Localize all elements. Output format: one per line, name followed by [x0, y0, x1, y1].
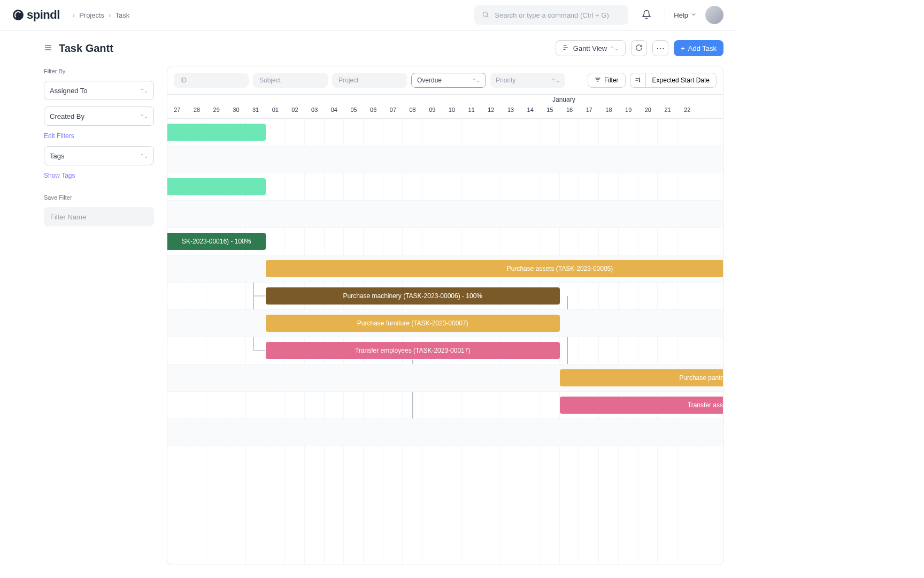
- priority-select[interactable]: Priority ⌃⌄: [490, 73, 565, 88]
- ellipsis-icon: [656, 43, 665, 54]
- day-header-cell: 22: [677, 107, 697, 118]
- created-by-label: Created By: [50, 112, 84, 120]
- id-filter-input[interactable]: [174, 73, 249, 88]
- day-header-cell: 07: [383, 107, 403, 118]
- day-header-cell: 10: [442, 107, 462, 118]
- refresh-button[interactable]: [631, 40, 647, 56]
- day-header-cell: 08: [403, 107, 422, 118]
- assigned-to-select[interactable]: Assigned To ⌃⌄: [44, 81, 154, 100]
- breadcrumbs: › Projects › Task: [73, 11, 129, 19]
- search-box[interactable]: [474, 5, 628, 25]
- select-caret-icon: ⌃⌄: [472, 78, 480, 83]
- search-input[interactable]: [495, 11, 621, 19]
- notifications-button[interactable]: [637, 5, 656, 25]
- breadcrumb-projects[interactable]: Projects: [79, 11, 104, 19]
- select-caret-icon: ⌃⌄: [140, 88, 148, 94]
- add-task-label: Add Task: [688, 44, 717, 52]
- gantt-row: Purchase assets (TASK-2023-00005): [167, 255, 723, 283]
- gantt-bar[interactable]: Transfer asse: [560, 397, 723, 414]
- day-header-cell: 02: [285, 107, 305, 118]
- filter-name-input[interactable]: [44, 207, 154, 226]
- help-menu[interactable]: Help: [674, 11, 697, 19]
- sort-button[interactable]: Expected Start Date: [630, 73, 717, 88]
- more-button[interactable]: [652, 40, 668, 56]
- brand-name: spindl: [27, 8, 60, 22]
- gantt-row: Transfer asse: [167, 392, 723, 419]
- gantt-header: January 27282930310102030405060708091011…: [167, 94, 723, 119]
- day-header-cell: 19: [619, 107, 638, 118]
- overdue-select[interactable]: Overdue ⌃⌄: [411, 73, 486, 88]
- day-header-cell: 04: [325, 107, 344, 118]
- gantt-view-label: Gantt View: [573, 44, 607, 52]
- sort-field-label: Expected Start Date: [652, 77, 710, 84]
- gantt-bar[interactable]: Purchase assets (TASK-2023-00005): [266, 260, 723, 277]
- toolbar: Overdue ⌃⌄ Priority ⌃⌄ Filter: [167, 66, 723, 94]
- gantt-row: [167, 146, 723, 173]
- day-header-cell: 30: [226, 107, 246, 118]
- filter-button[interactable]: Filter: [588, 73, 626, 88]
- priority-label: Priority: [496, 77, 515, 84]
- gantt-row: Purchase pantry eq: [167, 364, 723, 392]
- select-caret-icon: ⌃⌄: [140, 113, 148, 119]
- sort-icon: [635, 77, 641, 85]
- day-header-cell: 01: [265, 107, 285, 118]
- chevron-right-icon: ›: [109, 11, 111, 19]
- gantt-row: Purchase furniture (TASK-2023-00007): [167, 310, 723, 337]
- breadcrumb-task[interactable]: Task: [115, 11, 129, 19]
- gantt-bar[interactable]: [167, 178, 266, 195]
- subject-filter-input[interactable]: [253, 73, 328, 88]
- sort-direction-button[interactable]: [630, 73, 645, 88]
- chevron-right-icon: ›: [73, 11, 75, 19]
- logo[interactable]: spindl: [13, 8, 60, 22]
- chevron-down-icon: [690, 11, 697, 19]
- day-header-cell: 14: [520, 107, 540, 118]
- day-header-cell: 16: [560, 107, 580, 118]
- day-header-cell: 03: [305, 107, 325, 118]
- day-header-cell: 31: [246, 107, 266, 118]
- refresh-icon: [635, 44, 643, 53]
- gantt-body[interactable]: SK-2023-00016) - 100%Purchase assets (TA…: [167, 119, 723, 565]
- gantt-bar[interactable]: SK-2023-00016) - 100%: [167, 233, 266, 250]
- overdue-label: Overdue: [417, 77, 442, 84]
- gantt-bar[interactable]: [167, 124, 266, 141]
- gantt-view-button[interactable]: Gantt View ⌃⌄: [556, 40, 626, 56]
- filter-sidebar: Filter By Assigned To ⌃⌄ Created By ⌃⌄ E…: [44, 66, 154, 565]
- page-header: Task Gantt Gantt View ⌃⌄ + Add Task: [0, 31, 736, 66]
- day-header-cell: 28: [187, 107, 207, 118]
- tags-select[interactable]: Tags ⌃⌄: [44, 146, 154, 165]
- assigned-to-label: Assigned To: [50, 87, 88, 95]
- gantt-bar[interactable]: Transfer employees (TASK-2023-00017): [266, 342, 560, 359]
- created-by-select[interactable]: Created By ⌃⌄: [44, 107, 154, 126]
- sort-field-button[interactable]: Expected Start Date: [645, 73, 717, 88]
- select-caret-icon: ⌃⌄: [140, 153, 148, 159]
- day-header-cell: 29: [206, 107, 226, 118]
- select-caret-icon: ⌃⌄: [551, 78, 560, 83]
- gantt-bar[interactable]: Purchase machinery (TASK-2023-00006) - 1…: [266, 287, 560, 305]
- gantt-row: Purchase machinery (TASK-2023-00006) - 1…: [167, 283, 723, 310]
- gantt-icon: [563, 44, 570, 53]
- tags-label: Tags: [50, 152, 64, 160]
- gantt-bar[interactable]: Purchase furniture (TASK-2023-00007): [266, 315, 560, 332]
- sidebar-toggle-icon[interactable]: [44, 43, 52, 54]
- gantt-chart: January 27282930310102030405060708091011…: [167, 94, 723, 565]
- day-header-cell: 18: [599, 107, 619, 118]
- gantt-row: [167, 119, 723, 146]
- show-tags-link[interactable]: Show Tags: [44, 172, 154, 179]
- project-filter-input[interactable]: [332, 73, 407, 88]
- save-filter-label: Save Filter: [44, 194, 154, 201]
- filter-by-label: Filter By: [44, 68, 154, 74]
- gantt-row: [167, 419, 723, 446]
- search-icon: [482, 11, 489, 20]
- filter-button-label: Filter: [604, 77, 619, 84]
- day-header-cell: 21: [658, 107, 677, 118]
- add-task-button[interactable]: + Add Task: [674, 40, 723, 56]
- gantt-row: [167, 201, 723, 228]
- gantt-bar[interactable]: Purchase pantry eq: [560, 369, 723, 386]
- day-header-cell: 20: [638, 107, 658, 118]
- page-title: Task Gantt: [59, 42, 113, 55]
- avatar[interactable]: [705, 6, 723, 24]
- edit-filters-link[interactable]: Edit Filters: [44, 132, 154, 140]
- month-label: January: [552, 96, 575, 103]
- day-header-cell: 09: [422, 107, 442, 118]
- day-header-cell: 12: [481, 107, 501, 118]
